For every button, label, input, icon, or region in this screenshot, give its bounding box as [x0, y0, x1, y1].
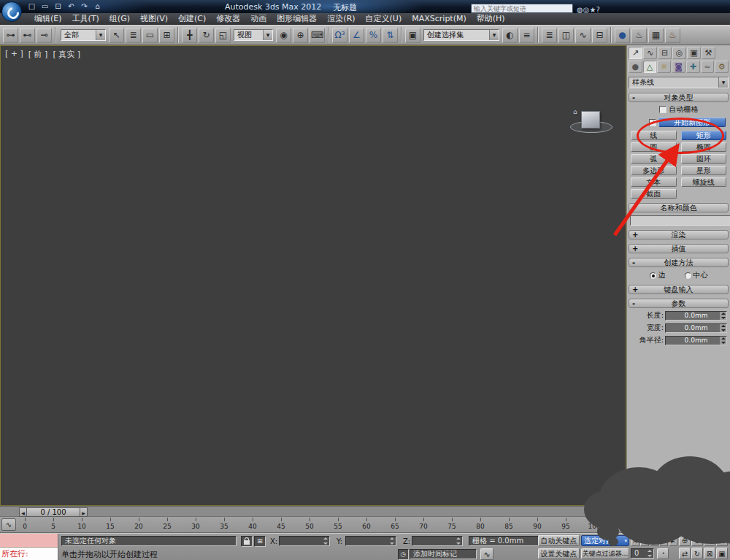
- open-file-icon[interactable]: ▭: [39, 1, 50, 12]
- schematic-view-icon[interactable]: ⊟: [592, 28, 607, 43]
- current-frame-field[interactable]: 0: [631, 548, 654, 559]
- rollout-parameters-header[interactable]: 参数: [629, 299, 729, 308]
- select-and-rotate-icon[interactable]: ↻: [199, 28, 214, 43]
- start-new-shape-checkbox[interactable]: ✓: [649, 119, 656, 126]
- time-configuration-button[interactable]: ◔: [657, 548, 669, 559]
- ngon-button[interactable]: 多边形: [631, 166, 677, 175]
- select-and-move-icon[interactable]: ╋: [182, 28, 197, 43]
- viewcube-home-icon[interactable]: ⌂: [573, 108, 577, 115]
- absolute-mode-toggle[interactable]: ⊞: [254, 536, 266, 547]
- arc-button[interactable]: 弧: [631, 154, 677, 164]
- modify-tab[interactable]: ∿: [643, 47, 657, 59]
- listener-macro-row[interactable]: [0, 534, 58, 548]
- set-key-button[interactable]: 设置关键点: [538, 548, 580, 559]
- zoom-region-button[interactable]: ⊠: [704, 548, 715, 559]
- rollout-name-color-header[interactable]: 名称和颜色: [629, 203, 729, 212]
- donut-button[interactable]: 圆环: [681, 154, 727, 164]
- space-warps-tab[interactable]: ≈: [701, 61, 715, 73]
- geometry-tab[interactable]: ●: [629, 61, 642, 73]
- select-and-scale-icon[interactable]: ◱: [215, 28, 231, 43]
- select-object-icon[interactable]: ↖: [109, 28, 124, 43]
- shapes-tab[interactable]: △: [643, 61, 657, 73]
- project-folder-icon[interactable]: ⌂: [92, 1, 103, 12]
- rectangular-selection-region-icon[interactable]: ▭: [142, 28, 158, 43]
- width-field-spinner[interactable]: [720, 324, 726, 332]
- x-spinner[interactable]: [323, 537, 328, 545]
- menu-rendering[interactable]: 渲染(R): [322, 13, 360, 25]
- menu-help[interactable]: 帮助(H): [472, 13, 510, 25]
- bind-to-space-warp-icon[interactable]: ⊸: [36, 28, 52, 43]
- star-button[interactable]: 星形: [681, 166, 727, 175]
- viewport-view-button[interactable]: 前: [28, 49, 48, 60]
- save-file-icon[interactable]: ⊡: [53, 1, 64, 12]
- menu-graph-editors[interactable]: 图形编辑器: [272, 13, 322, 25]
- x-coordinate-field[interactable]: [279, 536, 330, 546]
- text-button[interactable]: 文本: [631, 177, 677, 187]
- listener-script-row[interactable]: 所在行:: [0, 548, 58, 560]
- render-production-icon[interactable]: ♨: [665, 28, 680, 43]
- menu-tools[interactable]: 工具(T): [67, 13, 104, 25]
- select-and-manipulate-icon[interactable]: ⊕: [293, 28, 308, 43]
- cameras-tab[interactable]: ◙: [672, 61, 685, 73]
- pan-view-button[interactable]: ⇄: [679, 548, 691, 559]
- time-slider-handle[interactable]: ◀ 0 / 100 ▶: [19, 507, 88, 517]
- track-bar[interactable]: ∿ 05101520253035404550556065707580859095…: [0, 517, 626, 533]
- select-and-link-icon[interactable]: ⊶: [3, 28, 18, 43]
- rectangle-button[interactable]: 矩形: [681, 131, 727, 140]
- align-icon[interactable]: ≡: [519, 28, 534, 43]
- edit-named-selection-sets-icon[interactable]: ▣: [405, 28, 420, 43]
- object-name-input[interactable]: [630, 215, 730, 226]
- curve-editor-icon[interactable]: ∿: [575, 28, 591, 43]
- graphite-ribbon-icon[interactable]: ◫: [558, 28, 574, 43]
- viewport-front[interactable]: + 前 真实 ⌂: [0, 45, 626, 506]
- layer-manager-icon[interactable]: ≣: [542, 28, 557, 43]
- new-scene-icon[interactable]: □: [26, 1, 37, 12]
- time-tag-clock-icon[interactable]: ◷: [398, 549, 409, 560]
- helix-button[interactable]: 螺旋线: [681, 177, 727, 187]
- menu-edit[interactable]: 编辑(E): [29, 13, 67, 25]
- snap-toggle-3d-icon[interactable]: Ω³: [332, 28, 347, 43]
- display-tab[interactable]: ▣: [687, 47, 701, 59]
- menu-create[interactable]: 创建(C): [173, 13, 211, 25]
- material-editor-icon[interactable]: ●: [615, 28, 630, 43]
- circle-button[interactable]: 圆: [631, 142, 677, 152]
- spinner-snap-toggle-icon[interactable]: ⇅: [383, 28, 398, 43]
- start-new-shape-button[interactable]: 开始新图形: [658, 118, 726, 127]
- menu-modifiers[interactable]: 修改器: [211, 13, 245, 25]
- percent-snap-toggle-icon[interactable]: %: [366, 28, 381, 43]
- ellipse-button[interactable]: 椭圆: [681, 142, 727, 152]
- selection-filter-dropdown[interactable]: 全部▼: [61, 29, 106, 41]
- menu-customize[interactable]: 自定义(U): [361, 13, 407, 25]
- rollout-keyboard-entry-header[interactable]: 键盘输入: [629, 285, 729, 294]
- rollout-creation-method-header[interactable]: 创建方法: [629, 258, 729, 267]
- orbit-button[interactable]: ↻: [691, 548, 703, 559]
- lights-tab[interactable]: ☼: [657, 61, 671, 73]
- create-tab[interactable]: ↗: [629, 47, 642, 59]
- y-coordinate-field[interactable]: [345, 536, 396, 546]
- helpers-tab[interactable]: ✚: [686, 61, 700, 73]
- use-pivot-center-icon[interactable]: ◉: [276, 28, 291, 43]
- rendered-frame-window-icon[interactable]: ▦: [648, 28, 664, 43]
- auto-key-button[interactable]: 自动关键点: [538, 535, 580, 546]
- width-field[interactable]: 0.0mm: [665, 323, 727, 333]
- render-setup-icon[interactable]: ♨: [631, 28, 647, 43]
- viewport-menu-button[interactable]: +: [5, 49, 23, 60]
- rollout-interpolation-header[interactable]: 插值: [629, 244, 729, 253]
- z-spinner[interactable]: [456, 537, 461, 545]
- maximize-viewport-toggle[interactable]: ▣: [716, 548, 728, 559]
- next-frame-arrow[interactable]: ▶: [80, 507, 88, 517]
- systems-tab[interactable]: ⚙: [715, 61, 729, 73]
- window-crossing-toggle-icon[interactable]: ⊞: [159, 28, 174, 43]
- corner-radius-field[interactable]: 0.0mm: [665, 336, 727, 345]
- length-field-spinner[interactable]: [720, 312, 726, 320]
- unlink-selection-icon[interactable]: ⊷: [20, 28, 35, 43]
- selection-lock-toggle[interactable]: [241, 536, 253, 547]
- menu-views[interactable]: 视图(V): [135, 13, 173, 25]
- key-filters-button[interactable]: 关键点过滤器...: [581, 548, 629, 559]
- curve-icon[interactable]: ∿: [480, 548, 493, 560]
- shape-category-dropdown[interactable]: 样条线 ▼: [629, 77, 729, 88]
- infocenter-search-input[interactable]: [471, 4, 573, 13]
- time-slider-track[interactable]: ◀ 0 / 100 ▶: [0, 506, 626, 517]
- section-button[interactable]: 截面: [631, 189, 677, 199]
- y-spinner[interactable]: [389, 537, 395, 545]
